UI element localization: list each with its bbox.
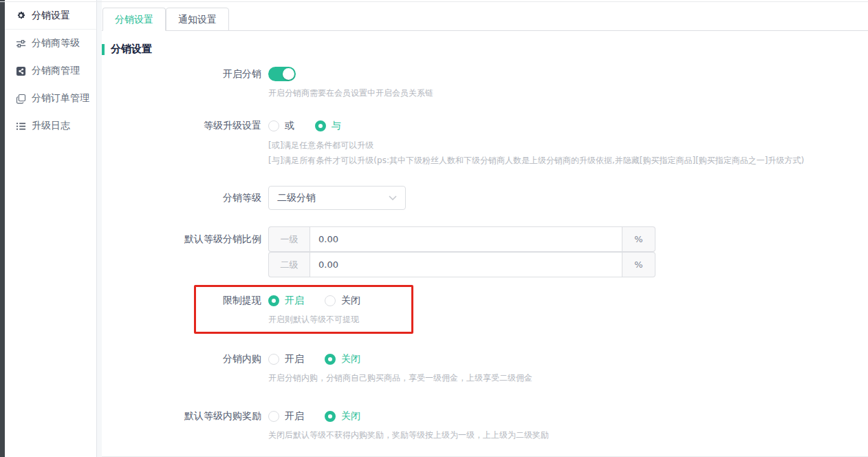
radio-label: 开启 [285,353,304,365]
ratio-level2-input[interactable] [310,252,622,277]
form-row-withdraw-limit: 限制提现 开启 关闭 开启则默认等级不可提现 [102,293,868,326]
form-row-internal-reward: 默认等级内购奖励 开启 关闭 关闭后默认等级不获得内购奖励，奖励等级按上级为一级… [102,409,868,441]
radio-option-reward-off[interactable]: 关闭 [325,410,360,423]
field-label: 分销内购 [102,352,268,384]
section-header: 分销设置 [102,43,868,56]
sidebar-item-distribution-orders[interactable]: 分销订单管理 [5,85,96,112]
field-label: 默认等级分销比例 [102,226,268,277]
radio-option-and[interactable]: 与 [315,120,341,132]
field-label: 默认等级内购奖励 [102,409,268,441]
sidebar-item-label: 分销设置 [32,10,70,22]
list-icon [15,120,26,131]
radio-label: 或 [285,120,294,132]
share-icon [15,65,26,76]
form-row-enable-distribution: 开启分销 开启分销商需要在会员设置中开启会员关系链 [102,67,868,99]
help-text: [与]满足所有条件才可以升级(ps:其中下级粉丝人数和下级分销商人数是上级分销商… [268,153,868,168]
radio-circle [268,295,279,306]
form-row-default-ratio: 默认等级分销比例 一级 % 二级 % [102,226,868,277]
enable-distribution-toggle[interactable] [268,67,296,81]
radio-option-reward-on[interactable]: 开启 [268,410,304,423]
page-title: 分销设置 [111,43,152,56]
form-row-upgrade-setting: 等级升级设置 或 与 [或]满足任意条件都可以升级 [与]满足所有条件才可以升级… [102,118,868,168]
radio-circle [315,120,326,131]
input-prepend: 一级 [268,226,310,252]
radio-label: 开启 [285,295,304,307]
sidebar-item-label: 分销商管理 [32,65,80,77]
radio-label: 与 [332,120,341,132]
radio-circle [268,120,279,131]
help-text: 关闭后默认等级不获得内购奖励，奖励等级按上级为一级，上上级为二级奖励 [268,429,868,441]
field-label: 开启分销 [102,67,268,99]
ratio-row-level2: 二级 % [268,252,655,277]
sidebar-item-label: 分销商等级 [32,37,80,50]
sidebar-item-distributor-management[interactable]: 分销商管理 [5,57,96,85]
radio-option-withdraw-on[interactable]: 开启 [268,295,304,307]
radio-circle [325,295,336,306]
copy-icon [15,93,26,104]
radio-label: 关闭 [341,410,360,423]
ratio-row-level1: 一级 % [268,226,655,252]
sidebar-item-distributor-levels[interactable]: 分销商等级 [5,30,96,57]
radio-label: 关闭 [341,295,360,307]
radio-circle [268,411,279,422]
radio-option-withdraw-off[interactable]: 关闭 [325,295,360,307]
input-prepend: 二级 [268,252,310,277]
radio-option-or[interactable]: 或 [268,120,294,132]
radio-circle [325,354,336,365]
help-text: 开启分销内购，分销商自己购买商品，享受一级佣金，上级享受二级佣金 [268,372,868,384]
field-label: 限制提现 [102,293,268,326]
settings-form: 开启分销 开启分销商需要在会员设置中开启会员关系链 等级升级设置 或 [102,67,868,457]
radio-label: 开启 [285,410,304,423]
distribution-level-select[interactable]: 二级分销 [268,186,406,210]
gear-icon [15,10,26,21]
tab-bar: 分销设置 通知设置 [102,0,868,31]
collapsed-nav-rail [0,0,5,457]
select-value: 二级分销 [277,192,316,204]
sidebar-item-distribution-settings[interactable]: 分销设置 [5,2,96,30]
top-border-line [0,1,868,2]
sidebar-item-label: 升级日志 [32,120,70,132]
tab-distribution-settings[interactable]: 分销设置 [102,8,166,31]
sidebar-item-label: 分销订单管理 [32,92,89,105]
toggle-knob [283,68,294,80]
input-append: % [622,226,655,252]
tab-notification-settings[interactable]: 通知设置 [166,8,229,31]
help-text: 开启则默认等级不可提现 [268,314,868,326]
main-panel: 分销设置 通知设置 分销设置 开启分销 开启分销商需要在会员设置中开启会员关系链… [102,0,868,457]
field-label: 分销等级 [102,186,268,210]
radio-label: 关闭 [341,353,360,365]
radio-circle [268,354,279,365]
sliders-icon [15,38,26,49]
radio-circle [325,411,336,422]
radio-option-purchase-on[interactable]: 开启 [268,353,304,365]
sidebar-item-upgrade-log[interactable]: 升级日志 [5,112,96,140]
radio-option-purchase-off[interactable]: 关闭 [325,353,360,365]
section-accent-bar [102,44,105,55]
help-text: [或]满足任意条件都可以升级 [268,138,868,153]
field-label: 等级升级设置 [102,118,268,168]
sidebar: 分销设置 分销商等级 分销商管理 [5,0,97,457]
ratio-level1-input[interactable] [310,226,622,252]
help-text: 开启分销商需要在会员设置中开启会员关系链 [268,87,868,99]
form-row-distribution-level: 分销等级 二级分销 [102,186,868,210]
input-append: % [622,252,655,277]
form-row-internal-purchase: 分销内购 开启 关闭 开启分销内购，分销商自己购买商品，享受一级佣金，上级享受二… [102,352,868,384]
chevron-down-icon [389,195,397,200]
